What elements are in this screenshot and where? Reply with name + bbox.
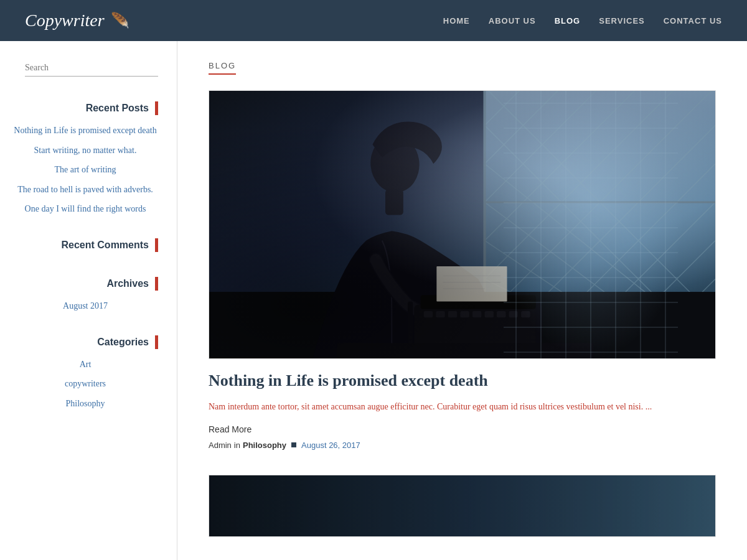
logo-text: Copywriter bbox=[25, 11, 105, 30]
svg-rect-30 bbox=[448, 311, 457, 317]
nav-blog[interactable]: BLOG bbox=[555, 16, 581, 26]
nav-contact[interactable]: CONTACT US bbox=[664, 16, 722, 26]
svg-rect-32 bbox=[472, 311, 481, 317]
svg-rect-45 bbox=[209, 475, 715, 536]
nav-home[interactable]: HOME bbox=[443, 16, 470, 26]
svg-rect-20 bbox=[483, 91, 486, 324]
recent-post-1[interactable]: Nothing in Life is promised except death bbox=[12, 124, 158, 137]
svg-rect-33 bbox=[485, 311, 494, 317]
svg-rect-24 bbox=[385, 189, 403, 215]
post-hero-image bbox=[209, 91, 715, 358]
site-header: Copywriter 🪶 HOME ABOUT US BLOG SERVICES… bbox=[0, 0, 747, 41]
archives-heading: Archives bbox=[12, 277, 158, 291]
recent-comments-heading: Recent Comments bbox=[12, 238, 158, 252]
archive-august-2017[interactable]: August 2017 bbox=[12, 300, 158, 312]
post-image-container bbox=[209, 90, 716, 359]
recent-post-4[interactable]: The road to hell is paved with adverbs. bbox=[12, 184, 158, 196]
main-nav: HOME ABOUT US BLOG SERVICES CONTACT US bbox=[443, 16, 722, 26]
section-label: BLOG bbox=[209, 61, 236, 75]
post-category-1: Philosophy bbox=[243, 441, 286, 450]
recent-post-3[interactable]: The art of writing bbox=[12, 164, 158, 176]
window-overlay bbox=[504, 91, 678, 358]
recent-comments-section: Recent Comments bbox=[0, 232, 177, 268]
post-excerpt-1: Nam interdum ante tortor, sit amet accum… bbox=[209, 399, 716, 414]
svg-rect-41 bbox=[408, 301, 413, 358]
read-more-1[interactable]: Read More bbox=[209, 424, 251, 434]
red-bar-recent-posts bbox=[155, 101, 158, 115]
search-input[interactable] bbox=[25, 60, 158, 77]
categories-heading: Categories bbox=[12, 335, 158, 349]
category-copywriters[interactable]: copywriters bbox=[12, 378, 158, 390]
logo[interactable]: Copywriter 🪶 bbox=[25, 11, 129, 30]
svg-rect-31 bbox=[460, 311, 469, 317]
main-content: BLOG bbox=[177, 41, 747, 560]
search-area bbox=[0, 54, 177, 95]
svg-rect-29 bbox=[436, 311, 444, 317]
feather-icon: 🪶 bbox=[111, 12, 129, 29]
post-in-label: in bbox=[234, 441, 240, 450]
category-art[interactable]: Art bbox=[12, 358, 158, 371]
nav-about[interactable]: ABOUT US bbox=[489, 16, 536, 26]
recent-posts-heading: Recent Posts bbox=[12, 101, 158, 115]
recent-posts-section: Recent Posts Nothing in Life is promised… bbox=[0, 95, 177, 229]
post-author-1: Admin bbox=[209, 441, 232, 450]
recent-post-5[interactable]: One day I will find the right words bbox=[12, 203, 158, 215]
svg-rect-28 bbox=[424, 311, 433, 317]
post-date-1: August 26, 2017 bbox=[301, 441, 360, 450]
page-body: Recent Posts Nothing in Life is promised… bbox=[0, 41, 747, 560]
red-bar-archives bbox=[155, 277, 158, 291]
meta-dot bbox=[291, 442, 296, 447]
sidebar: Recent Posts Nothing in Life is promised… bbox=[0, 41, 177, 560]
post-title-1: Nothing in Life is promised except death bbox=[209, 371, 716, 390]
categories-section: Categories Art copywriters Philosophy bbox=[0, 329, 177, 424]
post-image-preview-2 bbox=[209, 475, 716, 537]
svg-point-23 bbox=[368, 133, 421, 195]
post-card-2 bbox=[209, 475, 716, 537]
category-philosophy[interactable]: Philosophy bbox=[12, 398, 158, 410]
post-card-1: Nothing in Life is promised except death… bbox=[209, 90, 716, 450]
svg-point-25 bbox=[461, 311, 489, 330]
svg-rect-44 bbox=[209, 475, 715, 536]
archives-section: Archives August 2017 bbox=[0, 271, 177, 326]
svg-rect-37 bbox=[436, 266, 507, 302]
red-bar-recent-comments bbox=[155, 238, 158, 252]
recent-post-2[interactable]: Start writing, no matter what. bbox=[12, 144, 158, 157]
nav-services[interactable]: SERVICES bbox=[599, 16, 645, 26]
red-bar-categories bbox=[155, 335, 158, 349]
post-meta-1: Admin in Philosophy August 26, 2017 bbox=[209, 441, 716, 450]
preview-svg bbox=[209, 475, 715, 536]
